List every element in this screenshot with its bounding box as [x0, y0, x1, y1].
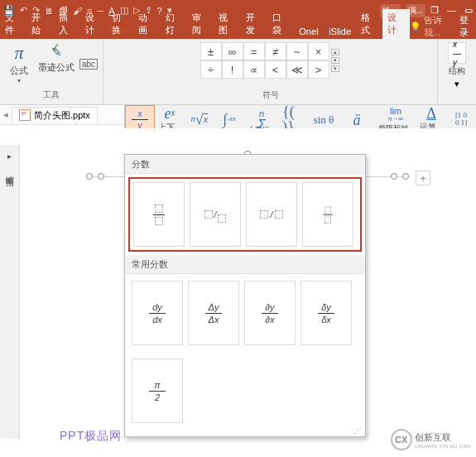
sym-gt[interactable]: > [308, 60, 329, 79]
cx-circle-icon: CX [391, 429, 412, 450]
ink-label: 墨迹公式 [38, 62, 75, 72]
group-structure: x—y 结构 ▾ [438, 39, 476, 104]
save-icon[interactable]: 💾 [3, 5, 15, 16]
sym-lt[interactable]: < [265, 60, 286, 79]
sym-ll[interactable]: ≪ [286, 60, 308, 79]
integral-icon: ∫-xx [223, 111, 236, 127]
fraction-small[interactable] [302, 182, 353, 247]
structure-icon: x—y [448, 42, 466, 64]
play-icon[interactable]: ▷ [133, 5, 140, 16]
tell-me[interactable]: 告诉我... [424, 14, 455, 39]
symbols-group-label: 符号 [262, 89, 279, 103]
bulb-icon[interactable]: 💡 [410, 22, 421, 32]
shape-icon[interactable]: ◫ [120, 5, 128, 16]
qat-more-icon[interactable]: ▾ [167, 5, 172, 16]
handle-w2[interactable] [98, 173, 104, 180]
symbol-scroll: ▴ ▾ ▾ [329, 42, 341, 79]
sigma-icon: nΣi=0 [256, 109, 268, 126]
fraction-dropdown: 分数 / / 常用分数 dydx ΔyΔx ∂y∂x δyδx π2 ⋰ [124, 154, 366, 437]
tab-eqdesign[interactable]: 设计 [382, 9, 409, 39]
operator-icon: Δ [426, 106, 436, 121]
tab-pocket[interactable]: 口袋 [267, 9, 294, 39]
accent-icon: ä [353, 112, 361, 128]
abc-button[interactable]: abc [79, 59, 98, 70]
watermark-text: PPT极品网 [60, 429, 122, 444]
matrix-icon: [1 00 1] [455, 111, 467, 127]
sym-inf[interactable]: ∞ [222, 42, 243, 60]
frac-deltay[interactable]: ΔyΔx [188, 281, 239, 345]
fraction-linear[interactable]: / [246, 182, 297, 247]
bracket-icon: {( )} [282, 111, 305, 127]
cx-logo: CX 创新互联 CHUANG XIN HU LIAN [391, 429, 471, 450]
frac-partialy[interactable]: ∂y∂x [244, 281, 296, 345]
tab-islide[interactable]: iSlide [324, 24, 356, 39]
redo-icon[interactable]: ↷ [32, 5, 40, 16]
fraction-skewed[interactable]: / [190, 182, 241, 247]
document-tab[interactable]: 简介头图.pptx [12, 107, 98, 123]
add-placeholder-button[interactable]: + [416, 171, 430, 185]
sym-down-icon[interactable]: ▾ [331, 57, 339, 64]
structure-drop-icon[interactable]: ▾ [454, 79, 459, 89]
tab-review[interactable]: 审阅 [187, 9, 214, 39]
tools-group-label: 工具 [43, 89, 60, 103]
tab-dev[interactable]: 开发 [241, 9, 267, 39]
tab-format[interactable]: 格式 [356, 9, 382, 39]
tab-slideshow[interactable]: 幻灯 [161, 9, 187, 39]
pane-label: 缩略图 [4, 169, 16, 174]
ink-icon [47, 42, 65, 60]
sym-up-icon[interactable]: ▴ [331, 49, 339, 55]
equation-button[interactable]: π 公式 ▾ [5, 42, 33, 84]
doc2-icon[interactable]: 🗐 [59, 6, 68, 16]
structure-label: 结构 [449, 65, 465, 77]
frac-deltay2[interactable]: δyδx [301, 281, 352, 345]
sym-sim[interactable]: ~ [286, 42, 308, 60]
handle-e[interactable] [402, 173, 409, 180]
symbol-grid: ± ∞ = ≠ ~ × ÷ ! ∝ < ≪ > [200, 42, 329, 79]
ink-equation-button[interactable]: 墨迹公式 [38, 42, 75, 72]
ribbon-tabs: 文件 开始 插入 设计 切换 动画 幻灯 审阅 视图 开发 口袋 OneI iS… [0, 21, 476, 39]
align-icon[interactable]: ≡ [87, 6, 92, 16]
function-icon: sin θ [314, 111, 334, 127]
help-icon[interactable]: ? [157, 6, 162, 16]
common-fractions-row1: dydx ΔyΔx ∂y∂x δyδx [125, 274, 365, 352]
brush-icon[interactable]: 🖌 [73, 6, 82, 16]
pane-expand-icon[interactable]: ▸ [7, 152, 12, 161]
handle-w[interactable] [86, 173, 93, 180]
line-icon[interactable]: ─ [97, 6, 103, 16]
group-symbols: ± ∞ = ≠ ~ × ÷ ! ∝ < ≪ > ▴ ▾ ▾ 符号 [103, 39, 438, 104]
sym-fact[interactable]: ! [222, 60, 243, 79]
radical-icon: n√x [191, 111, 208, 127]
sym-pm[interactable]: ± [200, 42, 222, 60]
frac-pi2[interactable]: π2 [132, 358, 183, 423]
sym-more-icon[interactable]: ▾ [331, 65, 339, 72]
script-icon: ex [165, 106, 175, 121]
equation-label: 公式 [10, 65, 28, 75]
thumbnail-pane: ▸ 缩略图 [0, 145, 20, 439]
undo-icon[interactable]: ↶ [20, 5, 27, 16]
handle-e2[interactable] [391, 173, 397, 180]
doc-icon[interactable]: 🗎 [45, 6, 54, 16]
fraction-icon: xy [132, 111, 148, 127]
sym-neq[interactable]: ≠ [265, 42, 286, 60]
resize-grip-icon[interactable]: ⋰ [353, 426, 362, 435]
document-filename: 简介头图.pptx [34, 109, 90, 122]
font-color-icon[interactable]: A [108, 6, 114, 16]
cx-sub: CHUANG XIN HU LIAN [415, 444, 471, 449]
sym-div[interactable]: ÷ [200, 60, 222, 79]
frac-dydx[interactable]: dydx [132, 281, 183, 345]
sym-eq[interactable]: = [243, 42, 265, 60]
tab-onekey[interactable]: OneI [294, 24, 324, 39]
fraction-section-label: 分数 [125, 155, 365, 174]
share-icon[interactable]: ⇪ [145, 5, 152, 16]
fraction-stacked[interactable] [133, 182, 185, 247]
collapse-icon[interactable]: ◂ [3, 109, 8, 120]
fraction-templates: / / [128, 177, 362, 252]
cx-label: 创新互联 [415, 431, 471, 444]
tab-view[interactable]: 视图 [214, 9, 240, 39]
group-tools: π 公式 ▾ 墨迹公式 abc 工具 [0, 39, 103, 104]
pptx-icon [19, 109, 31, 121]
common-fractions-row2: π2 [125, 352, 365, 430]
sym-prop[interactable]: ∝ [243, 60, 265, 79]
login-link[interactable]: 登录 [459, 14, 476, 39]
sym-times[interactable]: × [308, 42, 329, 60]
